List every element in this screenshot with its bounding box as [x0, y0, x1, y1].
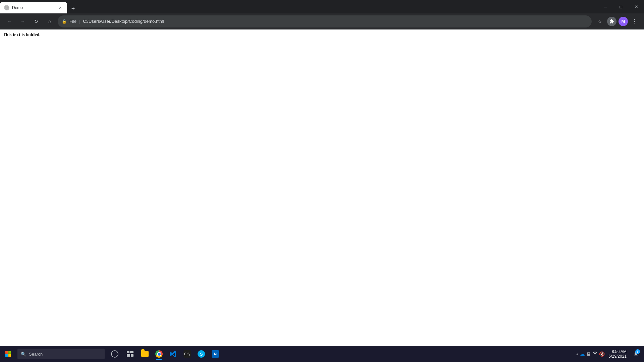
refresh-button[interactable]: ↻	[31, 16, 42, 27]
vscode-taskbar-icon	[169, 350, 177, 358]
volume-tray-icon[interactable]: 🔇	[599, 351, 605, 357]
back-button[interactable]: ←	[4, 16, 15, 27]
network-tray-icon[interactable]	[592, 351, 598, 357]
skype-taskbar-button[interactable]: S	[195, 347, 208, 361]
task-view-button[interactable]	[123, 347, 137, 361]
menu-button[interactable]: ⋮	[629, 16, 640, 27]
taskbar: 🔍 Search	[0, 346, 644, 362]
maximize-button[interactable]: □	[613, 0, 629, 13]
forward-button[interactable]: →	[17, 16, 28, 27]
minimize-button[interactable]: ─	[598, 0, 613, 13]
new-tab-button[interactable]: +	[68, 4, 78, 13]
clock-time: 8:56 AM	[612, 349, 627, 354]
toolbar-actions: ☆ M ⋮	[594, 16, 640, 27]
skype-taskbar-icon: S	[198, 350, 205, 358]
browser-toolbar: ← → ↻ ⌂ 🔒 File | ☆	[0, 13, 644, 29]
windows-icon	[5, 351, 11, 357]
address-input[interactable]	[83, 19, 588, 24]
notification-badge: 3	[635, 349, 640, 354]
address-bar-container[interactable]: 🔒 File |	[58, 15, 592, 27]
home-button[interactable]: ⌂	[44, 16, 55, 27]
clock-date: 5/29/2021	[609, 354, 627, 359]
title-bar: Demo ✕ + ─ □ ✕	[0, 0, 644, 13]
terminal-taskbar-button[interactable]: C:\	[180, 347, 194, 361]
browser-window: Demo ✕ + ─ □ ✕ ← → ↻ ⌂ 🔒	[0, 0, 644, 362]
svg-rect-6	[127, 354, 130, 357]
task-view-icon	[127, 351, 133, 357]
menu-icon: ⋮	[632, 18, 638, 24]
lock-icon: 🔒	[62, 19, 67, 24]
cortana-icon	[111, 350, 118, 358]
chrome-taskbar-icon	[155, 350, 163, 358]
cortana-button[interactable]	[108, 347, 121, 361]
onenote-taskbar-icon: N	[212, 350, 219, 358]
window-controls: ─ □ ✕	[598, 0, 644, 13]
chrome-taskbar-button[interactable]	[152, 347, 166, 361]
taskbar-apps: C:\ S N	[107, 347, 222, 361]
bookmark-icon: ☆	[598, 19, 602, 24]
tab-close-button[interactable]: ✕	[57, 5, 63, 11]
search-icon: 🔍	[21, 352, 26, 357]
svg-point-3	[111, 351, 118, 357]
onenote-taskbar-button[interactable]: N	[209, 347, 222, 361]
close-button[interactable]: ✕	[629, 0, 644, 13]
tab-title: Demo	[12, 5, 54, 10]
onedrive-tray-icon[interactable]: ☁	[580, 351, 585, 357]
browser-tab-active[interactable]: Demo ✕	[0, 2, 67, 13]
page-bold-text: This text is bolded.	[3, 32, 641, 38]
page-content: This text is bolded.	[0, 29, 644, 346]
notification-button[interactable]: 3	[631, 347, 641, 361]
svg-rect-7	[131, 354, 133, 357]
tab-strip: Demo ✕ +	[0, 0, 598, 13]
address-separator: |	[79, 19, 80, 24]
tray-overflow-button[interactable]: ∧	[576, 352, 578, 356]
search-text: Search	[29, 352, 43, 357]
vscode-taskbar-button[interactable]	[166, 347, 180, 361]
profile-avatar[interactable]: M	[619, 17, 628, 26]
extensions-icon	[607, 17, 616, 26]
file-explorer-button[interactable]	[138, 347, 152, 361]
clock-area[interactable]: 8:56 AM 5/29/2021	[606, 349, 629, 359]
extensions-button[interactable]	[606, 16, 617, 27]
taskbar-right: ∧ ☁ 🖥 🔇 8:56 AM 5/29/2021	[576, 347, 644, 361]
file-scheme-label: File	[69, 19, 76, 24]
svg-rect-4	[127, 351, 129, 353]
start-button[interactable]	[0, 346, 16, 362]
tab-favicon	[4, 5, 9, 10]
bookmark-button[interactable]: ☆	[594, 16, 605, 27]
svg-rect-5	[130, 351, 133, 353]
display-tray-icon[interactable]: 🖥	[586, 351, 591, 357]
terminal-taskbar-icon: C:\	[183, 350, 191, 358]
taskbar-search[interactable]: 🔍 Search	[17, 349, 105, 359]
